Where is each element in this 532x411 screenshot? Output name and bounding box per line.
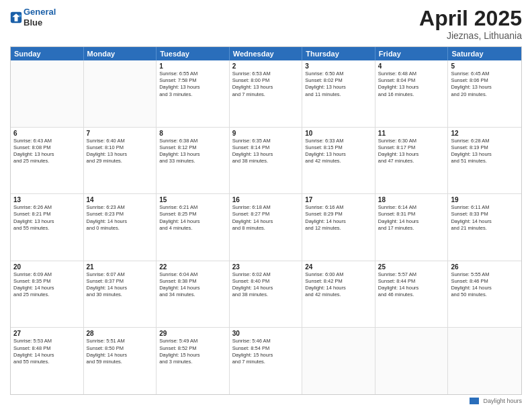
- day-info: Sunrise: 6:14 AM Sunset: 8:31 PM Dayligh…: [378, 204, 445, 232]
- day-number: 24: [305, 263, 372, 271]
- day-info: Sunrise: 5:49 AM Sunset: 8:52 PM Dayligh…: [159, 338, 226, 365]
- day-info: Sunrise: 5:57 AM Sunset: 8:44 PM Dayligh…: [378, 271, 445, 299]
- day-info: Sunrise: 6:28 AM Sunset: 8:19 PM Dayligh…: [451, 138, 519, 165]
- calendar-cell: 7Sunrise: 6:40 AM Sunset: 8:10 PM Daylig…: [84, 128, 157, 194]
- page: General Blue April 2025 Jieznas, Lithuan…: [0, 0, 532, 411]
- calendar-cell: [84, 60, 157, 127]
- day-number: 5: [451, 62, 519, 70]
- calendar-cell: 24Sunrise: 6:00 AM Sunset: 8:42 PM Dayli…: [302, 261, 375, 328]
- header: General Blue April 2025 Jieznas, Lithuan…: [10, 7, 522, 41]
- calendar-body: 1Sunrise: 6:55 AM Sunset: 7:58 PM Daylig…: [11, 60, 521, 394]
- calendar-cell: 30Sunrise: 5:46 AM Sunset: 8:54 PM Dayli…: [230, 328, 303, 394]
- day-info: Sunrise: 6:38 AM Sunset: 8:12 PM Dayligh…: [159, 138, 226, 165]
- day-info: Sunrise: 6:40 AM Sunset: 8:10 PM Dayligh…: [87, 138, 154, 165]
- calendar-row: 6Sunrise: 6:43 AM Sunset: 8:08 PM Daylig…: [11, 128, 521, 195]
- calendar: SundayMondayTuesdayWednesdayThursdayFrid…: [10, 46, 522, 395]
- day-info: Sunrise: 6:07 AM Sunset: 8:37 PM Dayligh…: [87, 271, 154, 299]
- logo-text: General Blue: [24, 7, 56, 28]
- legend-box: [470, 398, 479, 404]
- calendar-cell: 8Sunrise: 6:38 AM Sunset: 8:12 PM Daylig…: [157, 128, 230, 194]
- day-number: 6: [13, 130, 81, 137]
- day-info: Sunrise: 6:04 AM Sunset: 8:38 PM Dayligh…: [159, 271, 226, 299]
- day-number: 10: [305, 130, 372, 137]
- day-info: Sunrise: 6:09 AM Sunset: 8:35 PM Dayligh…: [13, 271, 81, 299]
- cal-header-day: Sunday: [11, 47, 84, 60]
- logo-line2: Blue: [24, 17, 56, 28]
- day-info: Sunrise: 6:00 AM Sunset: 8:42 PM Dayligh…: [305, 271, 372, 299]
- day-info: Sunrise: 5:53 AM Sunset: 8:48 PM Dayligh…: [13, 338, 81, 365]
- calendar-cell: 10Sunrise: 6:33 AM Sunset: 8:15 PM Dayli…: [302, 128, 375, 194]
- day-info: Sunrise: 6:50 AM Sunset: 8:02 PM Dayligh…: [305, 71, 372, 98]
- calendar-cell: 6Sunrise: 6:43 AM Sunset: 8:08 PM Daylig…: [11, 128, 84, 194]
- subtitle: Jieznas, Lithuania: [419, 30, 522, 41]
- calendar-header: SundayMondayTuesdayWednesdayThursdayFrid…: [11, 47, 521, 60]
- day-info: Sunrise: 6:48 AM Sunset: 8:04 PM Dayligh…: [378, 71, 445, 98]
- day-number: 12: [451, 130, 519, 137]
- day-info: Sunrise: 6:43 AM Sunset: 8:08 PM Dayligh…: [13, 138, 81, 165]
- day-number: 3: [305, 62, 372, 70]
- day-info: Sunrise: 6:21 AM Sunset: 8:25 PM Dayligh…: [159, 204, 226, 232]
- day-number: 1: [159, 62, 226, 70]
- calendar-cell: [375, 328, 449, 394]
- calendar-cell: 22Sunrise: 6:04 AM Sunset: 8:38 PM Dayli…: [157, 261, 230, 328]
- day-info: Sunrise: 5:51 AM Sunset: 8:50 PM Dayligh…: [87, 338, 154, 365]
- calendar-cell: 3Sunrise: 6:50 AM Sunset: 8:02 PM Daylig…: [302, 60, 375, 127]
- logo-line1: General: [24, 7, 56, 17]
- calendar-row: 1Sunrise: 6:55 AM Sunset: 7:58 PM Daylig…: [11, 60, 521, 128]
- cal-header-day: Thursday: [302, 47, 375, 60]
- calendar-cell: 9Sunrise: 6:35 AM Sunset: 8:14 PM Daylig…: [230, 128, 303, 194]
- title-block: April 2025 Jieznas, Lithuania: [419, 7, 522, 41]
- logo-icon: [10, 11, 22, 24]
- calendar-cell: 5Sunrise: 6:45 AM Sunset: 8:06 PM Daylig…: [448, 60, 521, 127]
- day-number: 23: [232, 263, 300, 271]
- day-number: 19: [451, 196, 519, 203]
- day-number: 15: [159, 196, 226, 203]
- cal-header-day: Friday: [375, 47, 449, 60]
- footer: Daylight hours: [10, 395, 522, 404]
- calendar-cell: 12Sunrise: 6:28 AM Sunset: 8:19 PM Dayli…: [448, 128, 521, 194]
- day-number: 13: [13, 196, 81, 203]
- day-number: 18: [378, 196, 445, 203]
- cal-header-day: Wednesday: [230, 47, 303, 60]
- calendar-cell: 14Sunrise: 6:23 AM Sunset: 8:23 PM Dayli…: [84, 194, 157, 261]
- calendar-cell: [302, 328, 375, 394]
- calendar-cell: [11, 60, 84, 127]
- calendar-cell: 21Sunrise: 6:07 AM Sunset: 8:37 PM Dayli…: [84, 261, 157, 328]
- day-number: 14: [87, 196, 154, 203]
- calendar-cell: 18Sunrise: 6:14 AM Sunset: 8:31 PM Dayli…: [375, 194, 449, 261]
- day-info: Sunrise: 6:33 AM Sunset: 8:15 PM Dayligh…: [305, 138, 372, 165]
- day-number: 28: [87, 330, 154, 337]
- calendar-cell: 1Sunrise: 6:55 AM Sunset: 7:58 PM Daylig…: [157, 60, 230, 127]
- day-info: Sunrise: 6:30 AM Sunset: 8:17 PM Dayligh…: [378, 138, 445, 165]
- calendar-cell: 15Sunrise: 6:21 AM Sunset: 8:25 PM Dayli…: [157, 194, 230, 261]
- calendar-row: 13Sunrise: 6:26 AM Sunset: 8:21 PM Dayli…: [11, 194, 521, 261]
- day-info: Sunrise: 6:16 AM Sunset: 8:29 PM Dayligh…: [305, 204, 372, 232]
- calendar-cell: 25Sunrise: 5:57 AM Sunset: 8:44 PM Dayli…: [375, 261, 449, 328]
- calendar-cell: 19Sunrise: 6:11 AM Sunset: 8:33 PM Dayli…: [448, 194, 521, 261]
- day-info: Sunrise: 6:26 AM Sunset: 8:21 PM Dayligh…: [13, 204, 81, 232]
- cal-header-day: Tuesday: [157, 47, 230, 60]
- day-number: 29: [159, 330, 226, 337]
- day-number: 2: [232, 62, 300, 70]
- day-number: 22: [159, 263, 226, 271]
- day-info: Sunrise: 5:46 AM Sunset: 8:54 PM Dayligh…: [232, 338, 300, 365]
- day-number: 8: [159, 130, 226, 137]
- main-title: April 2025: [419, 7, 522, 30]
- calendar-cell: 13Sunrise: 6:26 AM Sunset: 8:21 PM Dayli…: [11, 194, 84, 261]
- day-number: 16: [232, 196, 300, 203]
- calendar-cell: 2Sunrise: 6:53 AM Sunset: 8:00 PM Daylig…: [230, 60, 303, 127]
- day-info: Sunrise: 6:23 AM Sunset: 8:23 PM Dayligh…: [87, 204, 154, 232]
- day-number: 4: [378, 62, 445, 70]
- calendar-row: 27Sunrise: 5:53 AM Sunset: 8:48 PM Dayli…: [11, 328, 521, 394]
- calendar-cell: 11Sunrise: 6:30 AM Sunset: 8:17 PM Dayli…: [375, 128, 449, 194]
- day-info: Sunrise: 6:11 AM Sunset: 8:33 PM Dayligh…: [451, 204, 519, 232]
- calendar-cell: 16Sunrise: 6:18 AM Sunset: 8:27 PM Dayli…: [230, 194, 303, 261]
- day-info: Sunrise: 6:45 AM Sunset: 8:06 PM Dayligh…: [451, 71, 519, 98]
- day-info: Sunrise: 5:55 AM Sunset: 8:46 PM Dayligh…: [451, 271, 519, 299]
- day-number: 25: [378, 263, 445, 271]
- calendar-cell: 20Sunrise: 6:09 AM Sunset: 8:35 PM Dayli…: [11, 261, 84, 328]
- day-number: 27: [13, 330, 81, 337]
- cal-header-day: Saturday: [448, 47, 521, 60]
- calendar-cell: [448, 328, 521, 394]
- day-number: 11: [378, 130, 445, 137]
